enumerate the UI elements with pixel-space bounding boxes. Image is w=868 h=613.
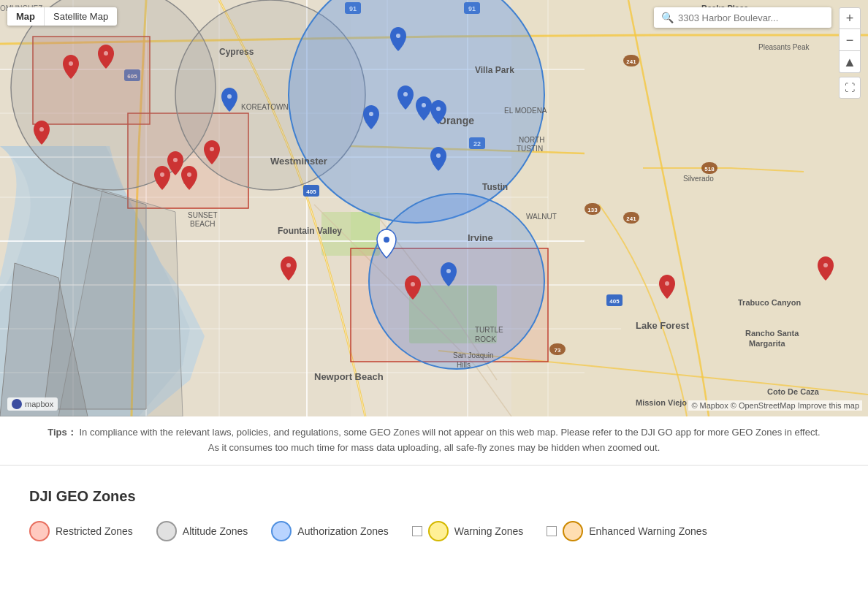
svg-text:BEACH: BEACH <box>190 220 215 228</box>
enhanced-warning-zones-label: Enhanced Warning Zones <box>589 525 707 537</box>
legend-section: DJI GEO Zones Restricted Zones Altitude … <box>0 466 868 563</box>
warning-zones-label: Warning Zones <box>454 525 523 537</box>
svg-point-102 <box>369 112 373 116</box>
tips-text-1: Tips： In compliance with the relevant la… <box>15 425 853 441</box>
svg-text:Pleasants Peak: Pleasants Peak <box>758 43 810 51</box>
svg-text:TURTLE: TURTLE <box>475 326 503 334</box>
svg-point-110 <box>436 153 441 158</box>
legend-items: Restricted Zones Altitude Zones Authoriz… <box>29 521 839 541</box>
svg-point-114 <box>446 269 451 273</box>
svg-text:SUNSET: SUNSET <box>188 211 218 219</box>
svg-text:73: 73 <box>555 347 561 354</box>
legend-item-restricted: Restricted Zones <box>29 521 133 541</box>
svg-text:Margarita: Margarita <box>749 339 785 348</box>
zoom-controls: + − ▲ ⛶ <box>839 7 861 99</box>
svg-text:Coto De Caza: Coto De Caza <box>767 387 820 396</box>
svg-text:Hills: Hills <box>457 361 471 369</box>
svg-text:Mission Viejo: Mission Viejo <box>636 398 687 407</box>
svg-point-86 <box>173 158 178 162</box>
svg-point-80 <box>69 61 73 66</box>
tips-section: Tips： In compliance with the relevant la… <box>0 416 868 465</box>
svg-point-118 <box>823 263 828 267</box>
enhanced-warning-zone-icon <box>563 521 583 541</box>
warning-zone-icon <box>428 521 449 541</box>
svg-text:San Joaquin: San Joaquin <box>453 351 494 359</box>
restricted-zones-label: Restricted Zones <box>56 525 133 537</box>
restricted-zone-icon <box>29 521 50 541</box>
svg-point-88 <box>160 172 164 177</box>
warning-zones-checkbox[interactable] <box>412 526 422 536</box>
svg-text:518: 518 <box>704 166 715 172</box>
svg-text:405: 405 <box>306 189 316 195</box>
svg-text:Silverado: Silverado <box>683 175 714 183</box>
search-bar: 🔍 <box>654 7 831 28</box>
svg-point-116 <box>665 281 669 286</box>
map-btn[interactable]: Map <box>7 7 45 26</box>
svg-point-92 <box>210 147 214 151</box>
svg-text:Newport Beach: Newport Beach <box>314 371 384 382</box>
authorization-zones-label: Authorization Zones <box>297 525 389 537</box>
svg-point-84 <box>39 127 44 132</box>
svg-point-48 <box>369 194 544 369</box>
svg-text:Cypress: Cypress <box>219 47 254 57</box>
enhanced-warning-zones-checkbox[interactable] <box>547 526 557 536</box>
svg-text:Westminster: Westminster <box>270 156 327 167</box>
altitude-zone-icon <box>156 521 177 541</box>
legend-item-warning: Warning Zones <box>412 521 523 541</box>
svg-point-104 <box>403 92 408 96</box>
zoom-in-button[interactable]: + <box>839 7 861 29</box>
svg-text:Tustin: Tustin <box>482 182 508 192</box>
svg-point-96 <box>411 282 415 286</box>
mapbox-label: mapbox <box>25 400 53 408</box>
legend-item-authorization: Authorization Zones <box>271 521 389 541</box>
svg-text:Fountain Valley: Fountain Valley <box>278 226 342 236</box>
svg-text:EL MODENA: EL MODENA <box>504 107 547 115</box>
svg-text:TUSTIN: TUSTIN <box>517 145 543 153</box>
svg-text:Irvine: Irvine <box>468 232 493 243</box>
svg-text:WALNUT: WALNUT <box>526 213 557 221</box>
svg-text:241: 241 <box>626 58 636 65</box>
map-container[interactable]: 91 91 605 405 405 241 241 22 133 518 <box>0 0 868 416</box>
enhanced-warning-checkbox-wrap <box>547 521 583 541</box>
altitude-zones-label: Altitude Zones <box>183 525 248 537</box>
svg-text:241: 241 <box>626 216 636 222</box>
svg-text:Trabuco Canyon: Trabuco Canyon <box>738 298 801 307</box>
svg-text:Villa Park: Villa Park <box>475 65 514 75</box>
map-type-toggle[interactable]: Map Satellite Map <box>7 7 117 26</box>
svg-rect-1 <box>511 0 868 416</box>
search-input[interactable] <box>678 12 824 23</box>
tips-label: Tips： <box>47 427 77 438</box>
tips-text-2: As it consumes too much time for mass da… <box>15 441 853 456</box>
svg-point-108 <box>436 107 441 111</box>
svg-text:NORTH: NORTH <box>519 136 544 144</box>
legend-title: DJI GEO Zones <box>29 488 839 505</box>
legend-item-altitude: Altitude Zones <box>156 521 248 541</box>
svg-text:Rancho Santa: Rancho Santa <box>745 329 799 338</box>
fullscreen-button[interactable]: ⛶ <box>839 77 861 99</box>
svg-point-98 <box>227 94 232 99</box>
svg-text:ROCK: ROCK <box>475 335 496 343</box>
satellite-map-btn[interactable]: Satellite Map <box>45 7 117 26</box>
svg-text:133: 133 <box>587 207 598 213</box>
svg-text:405: 405 <box>609 298 620 305</box>
svg-point-94 <box>286 263 291 267</box>
authorization-zone-icon <box>271 521 292 541</box>
mapbox-logo: mapbox <box>7 397 58 411</box>
svg-point-82 <box>104 51 108 56</box>
map-attribution: © Mapbox © OpenStreetMap Improve this ma… <box>688 400 862 411</box>
svg-point-100 <box>396 34 400 38</box>
compass-button[interactable]: ▲ <box>839 51 861 73</box>
svg-point-106 <box>422 103 426 107</box>
search-icon: 🔍 <box>661 12 674 23</box>
zoom-out-button[interactable]: − <box>839 29 861 51</box>
legend-item-enhanced-warning: Enhanced Warning Zones <box>547 521 707 541</box>
svg-point-112 <box>384 237 389 243</box>
svg-point-90 <box>187 172 191 177</box>
svg-text:Lake Forest: Lake Forest <box>636 320 690 331</box>
warning-checkbox-wrap <box>412 521 449 541</box>
svg-text:KOREATOWN: KOREATOWN <box>241 103 289 111</box>
